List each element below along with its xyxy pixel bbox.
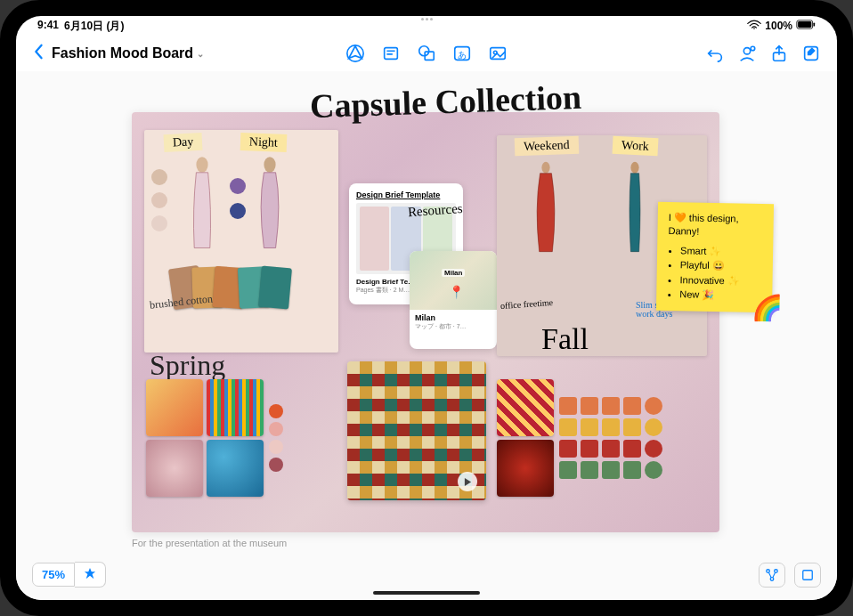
svg-point-15 — [751, 46, 755, 51]
compose-button[interactable] — [801, 44, 821, 63]
maps-meta: マップ · 都市 · 7… — [410, 322, 497, 331]
mood-board[interactable]: Capsule Collection Day Night — [132, 112, 719, 532]
bottom-right-controls — [759, 563, 821, 588]
text-tool-icon[interactable]: あ — [452, 44, 472, 63]
multitask-grabber[interactable] — [410, 18, 443, 21]
fashion-figure-work — [613, 160, 657, 258]
sticky-item: Smart ✨ — [680, 244, 762, 259]
navigator-button[interactable] — [759, 563, 785, 588]
image-yarn — [207, 379, 264, 436]
palette-dot — [230, 178, 246, 194]
image-petals — [146, 440, 203, 497]
svg-point-19 — [264, 157, 275, 173]
minimap-button[interactable] — [794, 563, 821, 588]
app-toolbar: Fashion Mood Board ⌄ あ — [16, 36, 837, 71]
tape-label-day: Day — [164, 133, 203, 152]
mosaic-video-thumbnail — [347, 361, 486, 500]
fall-label-handwritten: Fall — [541, 322, 589, 356]
markup-tool-icon[interactable] — [345, 44, 365, 63]
svg-point-20 — [541, 162, 549, 174]
maps-title: Milan — [410, 310, 497, 322]
maps-location-card[interactable]: 📍 Milan Milan マップ · 都市 · 7… — [410, 251, 497, 349]
svg-point-21 — [630, 162, 638, 174]
tape-label-weekend: Weekend — [515, 136, 579, 156]
collaborate-button[interactable] — [737, 44, 757, 63]
tape-label-work: Work — [613, 136, 659, 157]
svg-point-24 — [770, 578, 774, 581]
sticky-item: New 🎉 — [679, 288, 761, 303]
board-title-handwritten: Capsule Collection — [310, 83, 582, 121]
svg-point-18 — [196, 157, 207, 173]
battery-icon — [796, 20, 816, 32]
undo-button[interactable] — [705, 44, 725, 63]
pages-doc-title: Design Brief Template — [356, 190, 456, 199]
chevron-down-icon: ⌄ — [197, 49, 204, 59]
palette-column — [269, 404, 283, 472]
document-title-text: Fashion Mood Board — [52, 45, 193, 61]
pattern-grid — [559, 397, 662, 479]
spring-section-card[interactable]: Day Night — [144, 130, 338, 353]
back-button[interactable] — [32, 44, 45, 63]
share-button[interactable] — [769, 44, 789, 63]
palette-dot — [151, 169, 167, 185]
svg-rect-25 — [803, 571, 813, 580]
board-caption[interactable]: For the presentation at the museum — [132, 538, 287, 548]
image-zigzag — [497, 379, 554, 436]
svg-rect-5 — [385, 48, 398, 60]
map-pin-icon: 📍 — [449, 285, 464, 299]
palette-dot — [151, 192, 167, 208]
svg-point-4 — [347, 45, 363, 61]
document-title[interactable]: Fashion Mood Board ⌄ — [52, 45, 204, 61]
sticky-item: Playful 😀 — [680, 258, 762, 273]
status-date: 6月10日 (月) — [64, 19, 124, 34]
svg-point-0 — [753, 28, 755, 29]
svg-text:あ: あ — [458, 50, 467, 60]
sticky-note-tool-icon[interactable] — [381, 44, 401, 63]
svg-rect-2 — [798, 21, 811, 28]
fashion-figure-night — [248, 155, 292, 253]
annotation-brushed-cotton: brushed cotton — [149, 292, 213, 312]
tape-label-night: Night — [240, 133, 288, 152]
spring-label-handwritten: Spring — [150, 349, 225, 382]
map-preview: 📍 Milan — [410, 251, 497, 310]
fashion-figure-weekend — [524, 160, 568, 258]
status-time: 9:41 — [37, 19, 59, 34]
svg-rect-3 — [813, 22, 815, 26]
sticky-heading: I 🧡 this design, Danny! — [668, 211, 763, 240]
sticky-note[interactable]: I 🧡 this design, Danny! Smart ✨ Playful … — [656, 202, 774, 312]
favorites-button[interactable] — [75, 562, 106, 588]
home-indicator[interactable] — [373, 591, 480, 595]
fashion-figure-day — [180, 155, 224, 253]
video-tile[interactable] — [347, 361, 486, 500]
rainbow-sticker-icon: 🌈 — [751, 290, 784, 326]
image-candy — [207, 440, 264, 497]
annotation-office-freetime: office freetime — [500, 297, 554, 311]
image-macaron — [146, 379, 203, 436]
zoom-control: 75% — [32, 562, 106, 588]
sticky-list: Smart ✨ Playful 😀 Innovative ✨ New 🎉 — [667, 244, 762, 303]
media-tool-icon[interactable] — [488, 44, 508, 63]
palette-dot — [151, 215, 167, 231]
svg-point-9 — [419, 46, 429, 56]
ipad-frame: 9:41 6月10日 (月) 100% Fashion Mood B — [0, 0, 853, 616]
battery-percent: 100% — [765, 20, 792, 32]
zoom-level-button[interactable]: 75% — [32, 563, 75, 587]
svg-point-14 — [743, 48, 750, 54]
palette-dot — [230, 203, 246, 219]
swatch-group-fall[interactable] — [497, 379, 662, 497]
svg-point-22 — [767, 570, 770, 573]
swatch-group-spring[interactable] — [146, 379, 283, 497]
svg-point-23 — [775, 570, 778, 573]
freeform-canvas[interactable]: Capsule Collection Day Night — [16, 71, 837, 600]
map-city-label: Milan — [442, 269, 465, 277]
wifi-icon — [747, 20, 761, 33]
image-chili — [497, 440, 554, 497]
play-icon[interactable] — [458, 472, 477, 491]
sticky-item: Innovative ✨ — [679, 273, 761, 288]
shapes-tool-icon[interactable] — [417, 44, 436, 63]
screen: 9:41 6月10日 (月) 100% Fashion Mood B — [16, 16, 837, 600]
